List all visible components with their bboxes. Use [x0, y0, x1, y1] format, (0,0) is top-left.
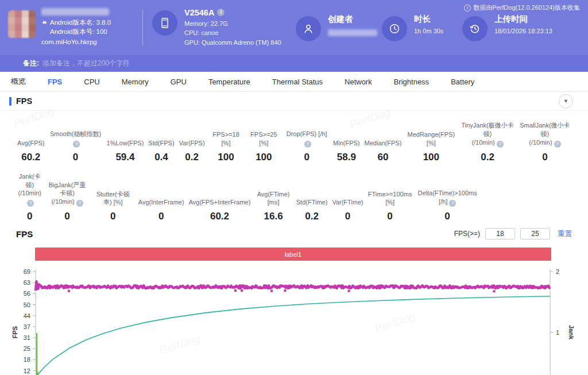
metric-cell: Avg(FTime) [ms]16.6 [253, 190, 293, 223]
metric-cell: FPS>=18 [%]100 [207, 130, 245, 163]
tab-network[interactable]: Network [334, 78, 383, 86]
svg-text:37: 37 [24, 323, 30, 330]
metric-label: Stutter(卡顿率) [%] [92, 190, 134, 207]
metric-label: Jank(卡顿)(/10min)? [17, 172, 42, 207]
tab-cpu[interactable]: CPU [73, 78, 110, 86]
tab-memory[interactable]: Memory [111, 78, 160, 86]
metric-cell: BigJank(严重卡顿)(/10min)?0 [45, 181, 90, 223]
collect-info-text: 数据由PerfDog(12.0.260124)版本收集 [473, 3, 580, 12]
metric-cell: FTime>=100ms [%]0 [366, 190, 415, 223]
section-accent-bar [9, 97, 11, 106]
series-avg-fps-curve [36, 296, 550, 375]
help-icon[interactable]: ? [27, 200, 34, 207]
fps-threshold-high-input[interactable] [520, 228, 550, 239]
tab-overview[interactable]: 概览 [0, 76, 37, 87]
section-title: FPS [16, 96, 32, 106]
device-model: V2546A [184, 8, 214, 17]
metric-label: BigJank(严重卡顿)(/10min)? [47, 181, 88, 207]
metric-label: MedRange(FPS)[%] [406, 130, 456, 148]
tab-battery[interactable]: Battery [440, 78, 485, 86]
svg-text:69: 69 [24, 268, 30, 275]
device-info-icon[interactable]: i [217, 9, 225, 16]
svg-text:2: 2 [556, 268, 559, 275]
svg-text:12: 12 [24, 368, 30, 374]
svg-text:44: 44 [24, 312, 30, 319]
metric-value: 0.2 [296, 211, 328, 222]
svg-text:18: 18 [24, 357, 30, 364]
metric-value: 100 [406, 152, 456, 163]
creator-name-redacted [328, 29, 377, 36]
metric-value: 60.2 [17, 152, 44, 163]
help-icon[interactable]: ? [304, 141, 311, 148]
note-bar[interactable]: 备注: 添加备注，不超过200个字符 [0, 55, 588, 72]
collect-info: i 数据由PerfDog(12.0.260124)版本收集 [464, 3, 580, 12]
help-icon[interactable]: ? [554, 141, 561, 148]
metric-label: SmallJank(微小卡顿)(/10min)? [519, 121, 571, 148]
user-icon [296, 16, 321, 41]
svg-text:PerfDog: PerfDog [373, 310, 417, 335]
metric-label: Drop(FPS) [/h]? [285, 130, 328, 148]
chart-head: FPS FPS(>=) 重置 [0, 228, 588, 239]
metric-label: FPS>=18 [%] [210, 130, 243, 148]
help-icon[interactable]: ? [497, 141, 504, 148]
metric-label: Var(FPS) [179, 139, 205, 148]
metric-cell: 1%Low(FPS)59.4 [105, 139, 146, 163]
device-block: V2546A i Memory: 22.7G CPU: canoe GPU: Q… [152, 8, 296, 48]
metric-value: 0 [332, 211, 363, 222]
fps-metrics: PerfDog PerfDog Avg(FPS)60.2Smooth(稳帧指数)… [0, 111, 588, 222]
metric-cell: Drop(FPS) [/h]?0 [283, 130, 331, 163]
chart-label-text: label1 [285, 251, 301, 258]
chart-label-bar[interactable]: label1 [35, 248, 551, 261]
tab-thermal-status[interactable]: Thermal Status [261, 78, 334, 86]
metric-cell: Median(FPS)60 [362, 139, 404, 163]
tab-gpu[interactable]: GPU [160, 78, 198, 86]
collapse-section-button[interactable]: ▼ [559, 94, 573, 109]
note-label: 备注: [23, 59, 39, 68]
tab-brightness[interactable]: Brightness [383, 78, 440, 86]
upload-block: 上传时间 18/01/2026 18:23:13 [462, 14, 552, 41]
chart-title: FPS [16, 229, 33, 239]
svg-text:Jank: Jank [568, 325, 575, 340]
app-name-redacted [41, 8, 109, 16]
fps-threshold-low-input[interactable] [485, 228, 515, 239]
svg-text:31: 31 [24, 334, 30, 341]
metric-value: 0.4 [148, 152, 174, 163]
metric-cell: Min(FPS)58.9 [331, 139, 362, 163]
help-icon[interactable]: ? [73, 141, 80, 148]
reset-button[interactable]: 重置 [558, 229, 572, 239]
metric-cell: Avg(InterFrame)0 [136, 198, 187, 222]
metric-value: 16.6 [255, 211, 291, 222]
help-icon[interactable]: ? [449, 200, 456, 207]
metric-tabs: 概览FPSCPUMemoryGPUTemperatureThermal Stat… [0, 72, 588, 92]
metric-value: 0 [92, 211, 134, 222]
metric-label: 1%Low(FPS) [107, 139, 144, 148]
metric-label: TinyJank(极微小卡顿)(/10min)? [461, 121, 514, 148]
metric-value: 60.2 [189, 211, 251, 222]
metric-value: 0 [47, 211, 88, 222]
tab-fps[interactable]: FPS [37, 78, 73, 86]
svg-text:PerfDog: PerfDog [158, 332, 202, 357]
metric-cell: Var(FPS)0.2 [177, 139, 207, 163]
metrics-row-1: Avg(FPS)60.2Smooth(稳帧指数)?01%Low(FPS)59.4… [0, 121, 588, 163]
help-icon[interactable]: ? [76, 200, 83, 207]
duration-value: 1h 0m 30s [414, 26, 443, 36]
note-placeholder: 添加备注，不超过200个字符 [42, 59, 130, 68]
metric-cell: Avg(FPS+InterFrame)60.2 [187, 198, 253, 222]
fps-threshold-label: FPS(>=) [454, 230, 480, 238]
metric-value: 0 [368, 211, 412, 222]
report-header: i 数据由PerfDog(12.0.260124)版本收集 Android版本名… [0, 0, 588, 55]
metric-value: 0.2 [461, 152, 514, 163]
metric-value: 58.9 [333, 152, 359, 163]
metric-value: 100 [247, 152, 280, 163]
header-divider [142, 10, 143, 45]
svg-text:1: 1 [556, 329, 559, 336]
metric-label: Delta(FTime)>100ms [/h]? [416, 189, 478, 207]
metric-label: FTime>=100ms [%] [368, 190, 412, 207]
fps-chart[interactable]: PerfDogPerfDogPerfDog0612182531374450566… [0, 263, 588, 375]
metric-cell: Std(FPS)0.4 [146, 139, 176, 163]
duration-label: 时长 [414, 14, 431, 25]
metric-cell: TinyJank(极微小卡顿)(/10min)?0.2 [458, 121, 517, 163]
tab-temperature[interactable]: Temperature [198, 78, 261, 86]
metric-label: Min(FPS) [333, 139, 359, 148]
metric-label: Median(FPS) [365, 139, 402, 148]
